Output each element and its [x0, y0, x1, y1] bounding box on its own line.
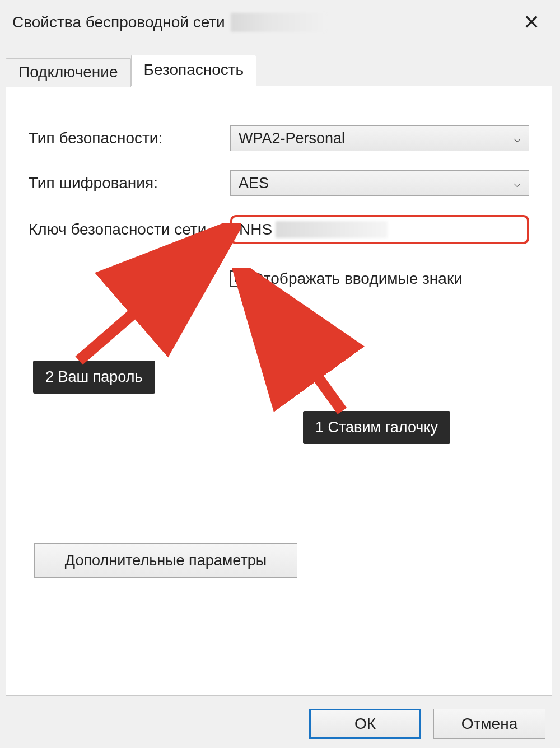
cancel-button-label: Отмена [461, 715, 517, 733]
encryption-dropdown[interactable]: AES ⌵ [230, 170, 529, 196]
security-type-value: WPA2-Personal [239, 130, 345, 147]
annotation-step1-text: 1 Ставим галочку [315, 419, 438, 436]
tab-panel-security: Тип безопасности: WPA2-Personal ⌵ Тип ши… [6, 86, 552, 696]
advanced-settings-label: Дополнительные параметры [65, 552, 267, 569]
tabs-container: Подключение Безопасность Тип безопасност… [6, 55, 554, 696]
close-icon[interactable]: ✕ [519, 10, 544, 35]
annotation-step1: 1 Ставим галочку [303, 411, 450, 444]
tab-connection[interactable]: Подключение [6, 58, 131, 87]
row-show-characters: ✓ Отображать вводимые знаки [230, 270, 529, 288]
cancel-button[interactable]: Отмена [433, 709, 545, 739]
wireless-properties-window: Свойства беспроводной сети ✕ Подключение… [0, 0, 560, 748]
svg-line-3 [247, 279, 342, 411]
ok-button[interactable]: ОК [309, 709, 421, 739]
security-type-dropdown[interactable]: WPA2-Personal ⌵ [230, 125, 529, 151]
security-key-value: NHS [239, 221, 272, 239]
ok-button-label: ОК [354, 715, 376, 733]
security-key-input[interactable]: NHS [230, 215, 529, 244]
encryption-label: Тип шифрования: [29, 174, 230, 192]
annotation-step2: 2 Ваш пароль [33, 361, 155, 394]
show-characters-label: Отображать вводимые знаки [251, 270, 463, 288]
tab-connection-label: Подключение [18, 63, 118, 81]
security-type-label: Тип безопасности: [29, 129, 230, 147]
chevron-down-icon: ⌵ [514, 176, 521, 190]
security-key-redacted [276, 221, 388, 238]
window-title-container: Свойства беспроводной сети [12, 13, 326, 32]
security-form: Тип безопасности: WPA2-Personal ⌵ Тип ши… [6, 86, 552, 288]
tab-security[interactable]: Безопасность [131, 55, 257, 86]
tab-strip: Подключение Безопасность [6, 55, 554, 86]
security-key-label: Ключ безопасности сети [29, 221, 230, 239]
annotation-step2-text: 2 Ваш пароль [45, 368, 143, 385]
network-name-redacted [231, 13, 326, 32]
advanced-settings-button[interactable]: Дополнительные параметры [34, 543, 297, 578]
arrow-to-checkbox-icon [230, 268, 365, 419]
show-characters-checkbox[interactable]: ✓ [230, 270, 247, 287]
encryption-value: AES [239, 175, 269, 192]
tab-security-label: Безопасность [144, 61, 244, 78]
chevron-down-icon: ⌵ [514, 131, 521, 146]
row-security-type: Тип безопасности: WPA2-Personal ⌵ [29, 125, 529, 151]
row-security-key: Ключ безопасности сети NHS [29, 215, 529, 244]
row-encryption: Тип шифрования: AES ⌵ [29, 170, 529, 196]
dialog-footer: ОК Отмена [309, 709, 545, 739]
title-bar: Свойства беспроводной сети ✕ [0, 0, 560, 45]
window-title: Свойства беспроводной сети [12, 13, 225, 31]
